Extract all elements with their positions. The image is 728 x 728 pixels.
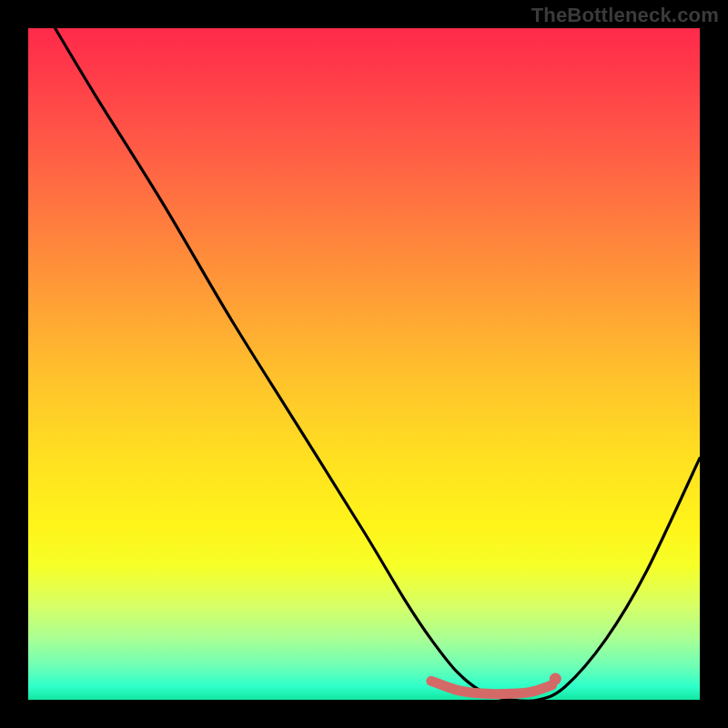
plot-area xyxy=(28,28,700,700)
bottleneck-curve xyxy=(56,28,700,700)
marker-end-dot xyxy=(550,673,561,685)
marker-segment xyxy=(431,681,552,693)
chart-svg xyxy=(28,28,700,700)
watermark: TheBottleneck.com xyxy=(531,4,719,27)
chart-frame: TheBottleneck.com xyxy=(0,0,728,728)
